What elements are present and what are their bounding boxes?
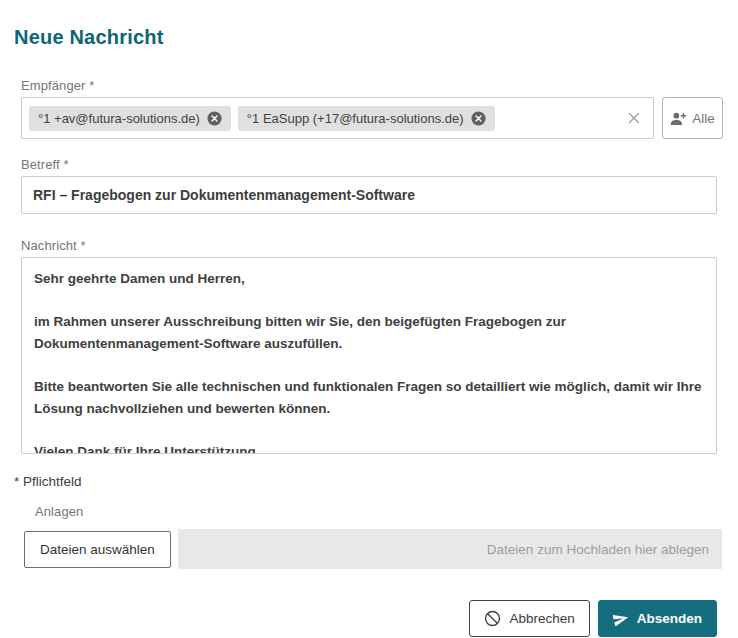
subject-group: Betreff * RFI – Fragebogen zur Dokumente… <box>21 157 723 214</box>
block-icon <box>484 610 501 627</box>
recipients-group: Empfänger * °1 +av@futura-solutions.de) … <box>21 78 723 139</box>
submit-button[interactable]: Absenden <box>598 600 717 637</box>
message-label: Nachricht * <box>21 238 723 253</box>
file-dropzone[interactable]: Dateien zum Hochladen hier ablegen <box>178 529 722 569</box>
recipient-chip-label: °1 +av@futura-solutions.de) <box>38 111 200 126</box>
recipients-input[interactable]: °1 +av@futura-solutions.de) °1 EaSupp (+… <box>21 97 654 139</box>
page-title: Neue Nachricht <box>14 26 723 49</box>
action-bar: Abbrechen Absenden <box>14 600 717 637</box>
remove-recipient-icon[interactable] <box>207 111 222 126</box>
send-icon <box>613 612 629 626</box>
message-textarea[interactable]: Sehr geehrte Damen und Herren, im Rahmen… <box>21 257 717 454</box>
cancel-label: Abbrechen <box>509 611 574 626</box>
person-add-icon <box>670 111 687 126</box>
recipient-chip: °1 EaSupp (+17@futura-solutions.de) <box>238 106 495 131</box>
new-message-form: Neue Nachricht Empfänger * °1 +av@futura… <box>0 0 738 638</box>
cancel-button[interactable]: Abbrechen <box>469 600 589 637</box>
subject-input[interactable]: RFI – Fragebogen zur Dokumentenmanagemen… <box>21 176 717 214</box>
remove-recipient-icon[interactable] <box>471 111 486 126</box>
attachments-label: Anlagen <box>35 504 723 519</box>
clear-recipients-icon[interactable] <box>625 109 643 127</box>
dropzone-hint: Dateien zum Hochladen hier ablegen <box>487 542 709 557</box>
submit-label: Absenden <box>637 611 702 626</box>
add-all-label: Alle <box>692 111 715 126</box>
choose-files-button[interactable]: Dateien auswählen <box>24 531 171 568</box>
attachments-row: Dateien auswählen Dateien zum Hochladen … <box>24 529 722 569</box>
subject-label: Betreff * <box>21 157 723 172</box>
recipient-chip-label: °1 EaSupp (+17@futura-solutions.de) <box>247 111 464 126</box>
recipients-label: Empfänger * <box>21 78 723 93</box>
required-fields-note: * Pflichtfeld <box>14 474 723 489</box>
recipient-chip: °1 +av@futura-solutions.de) <box>29 106 231 131</box>
message-group: Nachricht * Sehr geehrte Damen und Herre… <box>21 238 723 454</box>
add-all-recipients-button[interactable]: Alle <box>662 97 723 139</box>
